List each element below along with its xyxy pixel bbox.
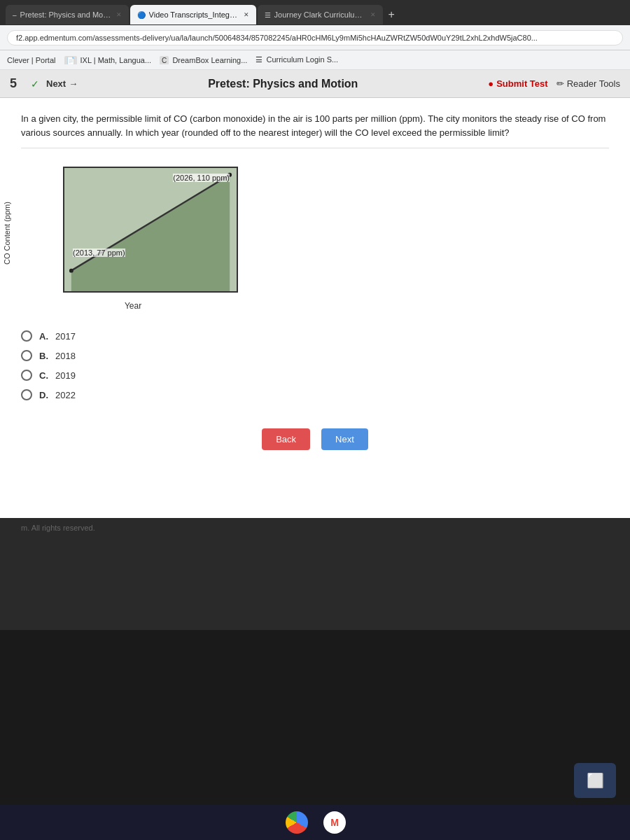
- footer: m. All rights reserved.: [0, 518, 630, 538]
- bookmark-clever[interactable]: Clever | Portal: [7, 56, 56, 64]
- tab-pretest[interactable]: – Pretest: Physics and Motion ✕: [6, 5, 129, 24]
- back-button[interactable]: Back: [262, 428, 310, 450]
- check-icon: ✓: [31, 78, 39, 90]
- bookmark-curriculum-icon: ☰: [255, 55, 262, 64]
- choice-b[interactable]: B. 2018: [21, 350, 609, 361]
- choice-d-value: 2022: [55, 390, 76, 400]
- radio-a[interactable]: [21, 330, 32, 342]
- reader-tools-icon: ✏: [556, 78, 564, 89]
- bookmark-dreambox[interactable]: C DreamBox Learning...: [160, 56, 247, 64]
- reader-tools-label: Reader Tools: [567, 78, 620, 89]
- submit-test-label: Submit Test: [496, 78, 547, 89]
- next-button[interactable]: Next →: [46, 78, 78, 89]
- choice-c[interactable]: C. 2019: [21, 370, 609, 381]
- corner-symbol: ⬜: [587, 772, 604, 789]
- main-content: In a given city, the permissible limit o…: [0, 98, 630, 518]
- choice-a-value: 2017: [55, 331, 76, 342]
- tab-label-video: Video Transcripts_Integrated P: [149, 10, 239, 19]
- bookmarks-bar: Clever | Portal 📄 IXL | Math, Langua... …: [0, 50, 630, 70]
- choice-d[interactable]: D. 2022: [21, 389, 609, 400]
- bookmark-ixl[interactable]: 📄 IXL | Math, Langua...: [64, 56, 152, 64]
- tab-close-pretest[interactable]: ✕: [116, 11, 122, 18]
- svg-point-2: [69, 269, 74, 273]
- taskbar-chromium-icon[interactable]: [284, 810, 309, 835]
- radio-b[interactable]: [21, 350, 32, 361]
- taskbar-gmail-icon[interactable]: M: [323, 811, 346, 834]
- reader-tools-button[interactable]: ✏ Reader Tools: [556, 78, 620, 89]
- choice-a[interactable]: A. 2017: [21, 330, 609, 342]
- chart-x-label: Year: [125, 301, 141, 311]
- svg-marker-0: [71, 175, 230, 291]
- next-arrow-icon: →: [69, 78, 78, 89]
- tab-icon-journey: ☰: [265, 11, 271, 19]
- question-text: In a given city, the permissible limit o…: [21, 112, 609, 148]
- chart-svg: [64, 168, 237, 291]
- tab-icon-pretest: –: [13, 11, 17, 19]
- next-page-button[interactable]: Next: [321, 428, 368, 450]
- address-bar: f2.app.edmentum.com/assessments-delivery…: [0, 25, 630, 50]
- tab-video[interactable]: 🔵 Video Transcripts_Integrated P ✕: [130, 5, 256, 24]
- chart-label-top: (2026, 110 ppm): [173, 174, 230, 182]
- new-tab-button[interactable]: +: [384, 7, 399, 22]
- address-url[interactable]: f2.app.edmentum.com/assessments-delivery…: [7, 30, 623, 46]
- chart-wrapper: CO Content (ppm) (2026, 110 ppm) (2013, …: [21, 160, 245, 314]
- tab-close-journey[interactable]: ✕: [370, 11, 376, 18]
- tab-bar: – Pretest: Physics and Motion ✕ 🔵 Video …: [0, 0, 630, 25]
- tab-label-pretest: Pretest: Physics and Motion: [20, 10, 111, 19]
- question-number: 5: [10, 76, 24, 91]
- bookmark-dreambox-icon: C: [160, 56, 169, 64]
- tab-close-video[interactable]: ✕: [244, 11, 249, 18]
- page-title: Pretest: Physics and Motion: [85, 78, 481, 90]
- bottom-buttons: Back Next: [21, 421, 609, 457]
- submit-test-button[interactable]: ● Submit Test: [488, 78, 547, 89]
- choice-b-value: 2018: [55, 351, 76, 361]
- radio-c[interactable]: [21, 370, 32, 381]
- bookmark-ixl-icon: 📄: [64, 56, 77, 64]
- tab-icon-video: 🔵: [137, 11, 146, 19]
- next-label: Next: [46, 78, 66, 89]
- choice-c-value: 2019: [55, 370, 76, 381]
- radio-d[interactable]: [21, 389, 32, 400]
- chromium-circle: [286, 811, 308, 834]
- answer-choices: A. 2017 B. 2018 C. 2019 D. 2022: [21, 330, 609, 400]
- submit-icon: ●: [488, 78, 493, 89]
- choice-b-label: B.: [39, 351, 48, 361]
- bookmark-curriculum[interactable]: ☰ Curriculum Login S...: [255, 55, 338, 64]
- choice-c-label: C.: [39, 370, 48, 381]
- browser-chrome: – Pretest: Physics and Motion ✕ 🔵 Video …: [0, 0, 630, 70]
- taskbar: M: [0, 805, 630, 840]
- chart-area: (2026, 110 ppm) (2013, 77 ppm): [63, 167, 238, 293]
- page-toolbar: 5 ✓ Next → Pretest: Physics and Motion ●…: [0, 70, 630, 98]
- chart-label-bottom: (2013, 77 ppm): [73, 248, 125, 257]
- chart-container: CO Content (ppm) (2026, 110 ppm) (2013, …: [21, 160, 609, 314]
- choice-d-label: D.: [39, 390, 48, 400]
- tab-journey[interactable]: ☰ Journey Clark Curriculum Login ✕: [258, 5, 383, 24]
- dark-overlay: [0, 630, 630, 805]
- corner-icon: ⬜: [574, 763, 616, 798]
- toolbar-right: ● Submit Test ✏ Reader Tools: [488, 78, 620, 89]
- chart-y-label: CO Content (ppm): [3, 209, 11, 265]
- tab-label-journey: Journey Clark Curriculum Login: [274, 10, 365, 19]
- choice-a-label: A.: [39, 331, 48, 342]
